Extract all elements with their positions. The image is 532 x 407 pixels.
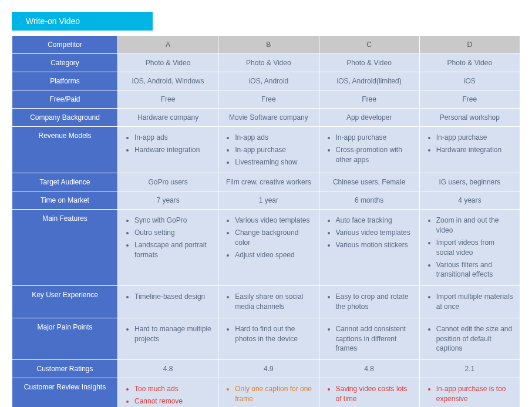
cell: iOS — [419, 72, 520, 90]
list-item: In-app ads — [134, 132, 212, 144]
list-item: Easily share on social media channels — [235, 291, 312, 313]
comparison-table: Competitor A B C D Category Photo & Vide… — [12, 35, 520, 407]
cell: 4.8 — [319, 360, 419, 378]
col-header-a: A — [118, 36, 218, 54]
cell: Timeline-based design — [118, 286, 218, 318]
list-item: Various video templates — [336, 227, 413, 239]
cell: In-app adsIn-app purchaseLivestreaming s… — [218, 127, 319, 173]
row-header: Major Pain Points — [12, 318, 118, 359]
list-item: In-app purchase is too expensive — [436, 383, 514, 405]
list-item: Easy to crop and rotate the photos — [336, 291, 413, 313]
row-header: Customer Ratings — [12, 360, 118, 378]
list-item: Auto face tracking — [336, 214, 413, 227]
cell: In-app purchaseCross-promotion with othe… — [319, 127, 419, 173]
cell: 4 years — [419, 191, 520, 210]
list-item: Landscape and portrait formats — [134, 239, 212, 261]
cell: Too much adsCannot remove watermarkFilte… — [118, 378, 218, 407]
cell: Easily share on social media channels — [218, 286, 319, 318]
row-freepaid: Free/Paid Free Free Free Free — [12, 90, 520, 109]
row-audience: Target Audience GoPro users Film crew, c… — [12, 173, 520, 191]
list-item: Cross-promotion with other apps — [336, 144, 413, 166]
list-item: Cannot remove watermark — [134, 395, 212, 407]
row-header: Category — [12, 54, 118, 72]
cell: Auto face trackingVarious video template… — [319, 210, 419, 286]
row-header: Target Audience — [12, 173, 118, 191]
list-item: Sync with GoPro — [134, 214, 212, 227]
cell: iOS, Android, Windows — [118, 72, 218, 90]
row-platforms: Platforms iOS, Android, Windows iOS, And… — [12, 72, 520, 90]
col-header-d: D — [419, 36, 520, 54]
cell: In-app purchase is too expensiveSupport … — [419, 378, 520, 407]
cell: Movie Software company — [218, 109, 319, 127]
cell: 4.9 — [218, 360, 319, 378]
cell: Photo & Video — [218, 54, 319, 72]
list-item: Cannot add consistent captions in differ… — [336, 323, 413, 355]
header-row: Competitor A B C D — [12, 36, 520, 54]
cell: Hard to manage multiple projects — [118, 318, 218, 359]
row-header: Platforms — [12, 72, 118, 90]
list-item: Timeline-based design — [134, 291, 212, 303]
row-companybg: Company Background Hardware company Movi… — [12, 109, 520, 127]
cell: Sync with GoProOutro settingLandscape an… — [118, 210, 218, 286]
list-item: Various video templates — [235, 214, 312, 227]
cell: Zoom in and out the videoImport videos f… — [419, 210, 520, 286]
row-category: Category Photo & Video Photo & Video Pho… — [12, 54, 520, 72]
row-header: Key User Experience — [12, 286, 118, 318]
cell: Free — [419, 90, 520, 109]
row-header-competitor: Competitor — [12, 36, 118, 54]
cell: iOS, Android — [218, 72, 319, 90]
list-item: Hardware integration — [134, 144, 212, 156]
list-item: Only one caption for one frame — [235, 383, 312, 405]
list-item: Saving video costs lots of time — [336, 383, 413, 405]
cell: 4.8 — [118, 360, 218, 378]
row-pain: Major Pain Points Hard to manage multipl… — [12, 318, 520, 359]
list-item: In-app purchase — [436, 132, 514, 144]
list-item: Outro setting — [134, 227, 212, 239]
list-item: Various motion stickers — [336, 239, 413, 251]
cell: App developer — [319, 109, 419, 127]
row-ux: Key User Experience Timeline-based desig… — [12, 286, 520, 318]
cell: 7 years — [118, 191, 218, 210]
cell: Personal workshop — [419, 109, 520, 127]
row-header: Free/Paid — [12, 90, 118, 109]
page-title: Write-on Video — [12, 12, 153, 31]
list-item: Cannot edit the size and position of def… — [436, 323, 514, 355]
list-item: Adjust video speed — [235, 249, 312, 261]
row-insights: Customer Review Insights Too much adsCan… — [12, 378, 520, 407]
cell: Import multiple materials at once — [419, 286, 520, 318]
cell: Photo & Video — [419, 54, 520, 72]
cell: In-app adsHardware integration — [118, 127, 218, 173]
col-header-b: B — [218, 36, 319, 54]
list-item: Import videos from social video — [436, 237, 514, 259]
cell: Easy to crop and rotate the photos — [319, 286, 419, 318]
list-item: In-app purchase — [336, 132, 413, 144]
cell: Hardware company — [118, 109, 218, 127]
row-header: Time on Market — [12, 191, 118, 210]
cell: 6 months — [319, 191, 419, 210]
list-item: Hardware integration — [436, 144, 514, 156]
cell: Only one caption for one frameTutorials … — [218, 378, 319, 407]
cell: Saving video costs lots of timeMore musi… — [319, 378, 419, 407]
cell: 2.1 — [419, 360, 520, 378]
row-header: Company Background — [12, 109, 118, 127]
cell: Free — [319, 90, 419, 109]
row-timeon: Time on Market 7 years 1 year 6 months 4… — [12, 191, 520, 210]
cell: 1 year — [218, 191, 319, 210]
cell: Photo & Video — [118, 54, 218, 72]
list-item: Livestreaming show — [235, 156, 312, 169]
row-ratings: Customer Ratings 4.8 4.9 4.8 2.1 — [12, 360, 520, 378]
cell: Hard to find out the photos in the devic… — [218, 318, 319, 359]
cell: Photo & Video — [319, 54, 419, 72]
list-item: Zoom in and out the video — [436, 214, 514, 237]
cell: Various video templatesChange background… — [218, 210, 319, 286]
list-item: Too much ads — [134, 383, 212, 395]
cell: Free — [118, 90, 218, 109]
row-features: Main Features Sync with GoProOutro setti… — [12, 210, 520, 286]
list-item: In-app ads — [235, 132, 312, 144]
row-header: Revenue Models — [12, 127, 118, 173]
row-revenue: Revenue Models In-app adsHardware integr… — [12, 127, 520, 173]
list-item: Hard to find out the photos in the devic… — [235, 323, 312, 345]
cell: Chinese users, Female — [319, 173, 419, 191]
list-item: Hard to manage multiple projects — [134, 323, 212, 345]
list-item: Change background color — [235, 227, 312, 249]
